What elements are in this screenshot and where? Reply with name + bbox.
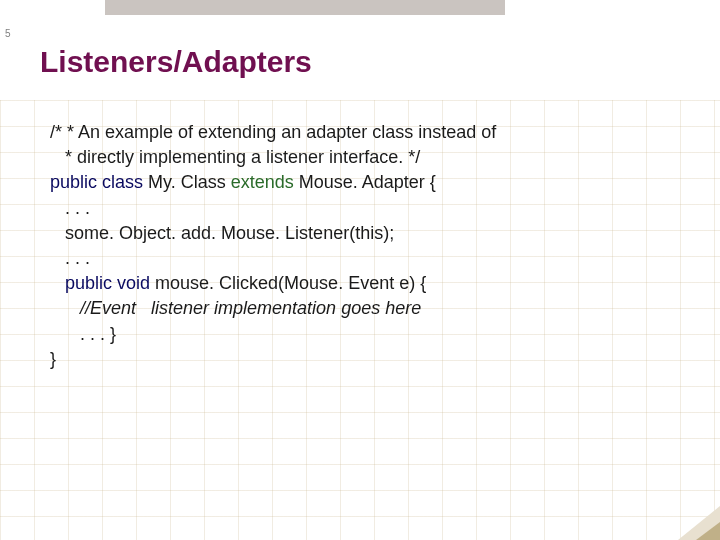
code-line-6: . . . xyxy=(50,246,670,271)
code-line-8-comment: //Event listener implementation goes her… xyxy=(50,296,670,321)
code-line-9: . . . } xyxy=(50,322,670,347)
code-line-3: public class My. Class extends Mouse. Ad… xyxy=(50,170,670,195)
slide-title: Listeners/Adapters xyxy=(40,45,312,79)
code-line-7: public void mouse. Clicked(Mouse. Event … xyxy=(50,271,670,296)
kw-public-void: public void xyxy=(50,273,150,293)
top-accent-bar xyxy=(105,0,505,15)
code-block: /* * An example of extending an adapter … xyxy=(50,120,670,372)
code-line-5: some. Object. add. Mouse. Listener(this)… xyxy=(50,221,670,246)
code-line-1: /* * An example of extending an adapter … xyxy=(50,120,670,145)
kw-extends: extends xyxy=(231,172,294,192)
code-span-method: mouse. Clicked(Mouse. Event e) { xyxy=(150,273,426,293)
code-line-10: } xyxy=(50,347,670,372)
code-line-2: * directly implementing a listener inter… xyxy=(50,145,670,170)
code-line-4: . . . xyxy=(50,196,670,221)
code-span-classname: My. Class xyxy=(143,172,231,192)
corner-accent-icon xyxy=(670,500,720,540)
slide-number: 5 xyxy=(5,28,11,39)
code-span-superclass: Mouse. Adapter { xyxy=(294,172,436,192)
kw-public-class: public class xyxy=(50,172,143,192)
